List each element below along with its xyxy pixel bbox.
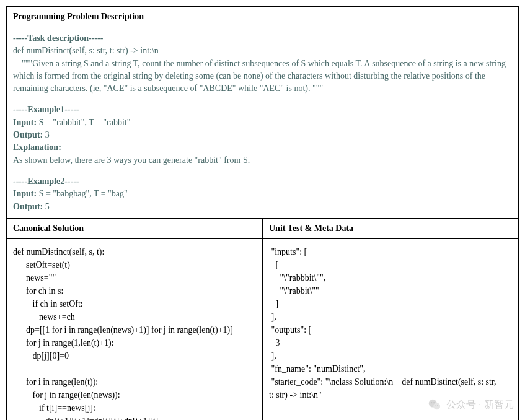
example2-output-value: 5 [43, 202, 50, 211]
example1-input-value: S = "rabbbit", T = "rabbit" [37, 118, 130, 127]
example1-explanation-text: As shown below, there are 3 ways you can… [13, 154, 512, 167]
canonical-solution-header: Canonical Solution [7, 219, 263, 238]
unit-test-content: "inputs": [ [ "\"rabbbit\"", "\"rabbit\"… [263, 239, 518, 420]
header-row: Programming Problem Description [7, 7, 518, 27]
subheader-row: Canonical Solution Unit Test & Meta Data [7, 219, 518, 239]
example2-output-label: Output: [13, 202, 43, 211]
example1-marker: -----Example1----- [13, 105, 79, 114]
example2-input-value: S = "babgbag", T = "bag" [37, 189, 128, 198]
problem-table: Programming Problem Description -----Tas… [6, 6, 519, 420]
example1-input-label: Input: [13, 118, 37, 127]
header-title: Programming Problem Description [13, 12, 144, 21]
function-signature: def numDistinct(self, s: str, t: str) ->… [13, 45, 512, 57]
example1-explanation-label: Explanation: [13, 142, 61, 152]
body-row: def numDistinct(self, s, t): setOft=set(… [7, 239, 518, 420]
example2-input-label: Input: [13, 189, 37, 198]
example1-output-value: 3 [43, 130, 50, 139]
docstring: """Given a string S and a string T, coun… [13, 58, 512, 95]
description-row: -----Task description----- def numDistin… [7, 27, 518, 219]
canonical-solution-code: def numDistinct(self, s, t): setOft=set(… [7, 239, 263, 420]
unit-test-header: Unit Test & Meta Data [263, 219, 518, 238]
task-marker: -----Task description----- [13, 33, 103, 43]
example2-marker: -----Example2----- [13, 177, 79, 186]
example1-output-label: Output: [13, 130, 43, 139]
